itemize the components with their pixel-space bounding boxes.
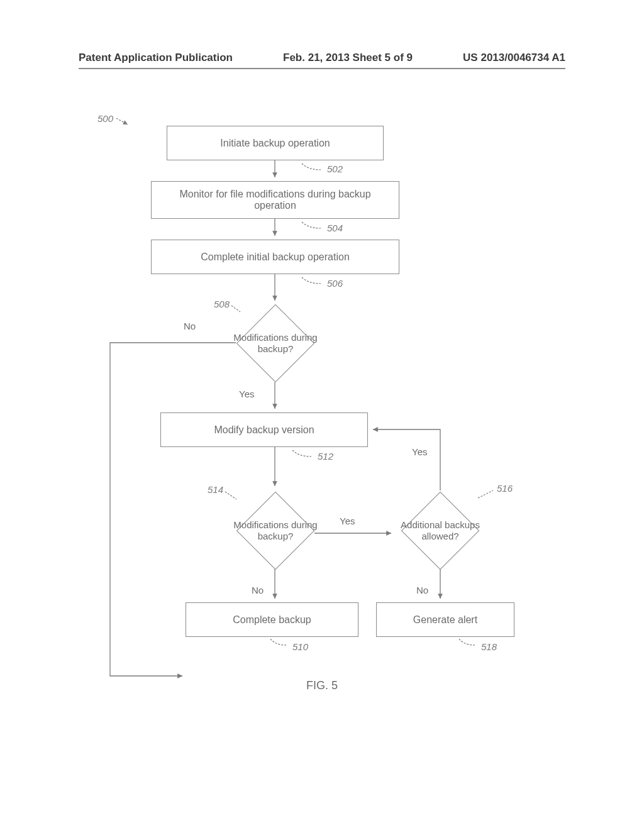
label-516-yes: Yes bbox=[412, 446, 427, 457]
arrow-506-508 bbox=[272, 274, 278, 306]
label-514-yes: Yes bbox=[340, 516, 355, 526]
ref-514: 514 bbox=[208, 484, 223, 495]
ref-518: 518 bbox=[481, 641, 497, 652]
box-monitor-modifications: Monitor for file modifications during ba… bbox=[151, 181, 399, 219]
diamond-508-text: Modifications during backup? bbox=[231, 306, 319, 381]
box-initiate-backup: Initiate backup operation bbox=[167, 126, 384, 160]
header-rule bbox=[79, 68, 565, 69]
page-header: Patent Application Publication Feb. 21, … bbox=[0, 52, 644, 64]
ref-512: 512 bbox=[318, 451, 333, 462]
label-508-no: No bbox=[184, 321, 196, 331]
ref-504: 504 bbox=[327, 223, 343, 233]
ref-508: 508 bbox=[214, 299, 230, 309]
header-center: Feb. 21, 2013 Sheet 5 of 9 bbox=[283, 52, 413, 64]
arrow-514-510 bbox=[272, 569, 278, 604]
header-left: Patent Application Publication bbox=[79, 52, 233, 64]
arrow-508-512 bbox=[272, 382, 278, 414]
box-506-text: Complete initial backup operation bbox=[201, 252, 350, 263]
arrow-502-504 bbox=[272, 160, 278, 182]
box-generate-alert: Generate alert bbox=[376, 602, 514, 637]
ref-502: 502 bbox=[327, 163, 343, 174]
header-right: US 2013/0046734 A1 bbox=[463, 52, 565, 64]
arrow-516-518 bbox=[437, 569, 443, 604]
label-508-yes: Yes bbox=[239, 389, 254, 399]
diamond-516-text: Additional backups allowed? bbox=[396, 493, 484, 568]
box-502-text: Initiate backup operation bbox=[220, 138, 330, 149]
box-518-text: Generate alert bbox=[413, 614, 477, 626]
label-514-no: No bbox=[252, 585, 264, 595]
flowchart-canvas: 500 Initiate backup operation 502 Monito… bbox=[0, 88, 644, 780]
label-516-no: No bbox=[416, 585, 428, 595]
diamond-514-text: Modifications during backup? bbox=[231, 493, 319, 568]
svg-line-0 bbox=[116, 118, 128, 124]
arrow-508-no-510 bbox=[110, 343, 248, 695]
arrow-514-516 bbox=[314, 530, 399, 536]
ref-516: 516 bbox=[497, 483, 513, 494]
ref-500: 500 bbox=[97, 113, 113, 124]
figure-label: FIG. 5 bbox=[0, 679, 644, 692]
arrow-512-514 bbox=[272, 447, 278, 491]
leader-arrow-500 bbox=[116, 116, 135, 128]
box-504-text: Monitor for file modifications during ba… bbox=[158, 189, 392, 211]
box-complete-initial-backup: Complete initial backup operation bbox=[151, 240, 399, 274]
ref-510: 510 bbox=[292, 641, 308, 652]
box-modify-backup-version: Modify backup version bbox=[160, 412, 368, 447]
arrow-504-506 bbox=[272, 219, 278, 241]
box-complete-backup: Complete backup bbox=[186, 602, 358, 637]
box-512-text: Modify backup version bbox=[214, 424, 314, 436]
box-510-text: Complete backup bbox=[233, 614, 311, 626]
ref-506: 506 bbox=[327, 278, 343, 289]
arrow-516-yes-512 bbox=[368, 429, 450, 499]
